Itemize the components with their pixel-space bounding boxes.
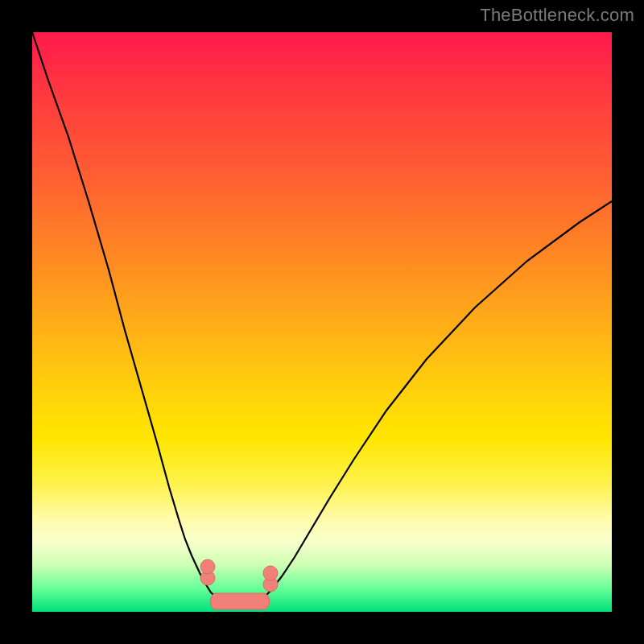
watermark-text: TheBottleneck.com bbox=[480, 5, 634, 26]
marker-left-bottom bbox=[200, 559, 215, 574]
marker-group bbox=[200, 559, 278, 609]
curve-left-branch bbox=[32, 32, 221, 601]
curve-right-branch bbox=[261, 201, 612, 601]
marker-bottom-blob bbox=[210, 593, 270, 609]
marker-right-bottom bbox=[263, 566, 278, 580]
plot-area bbox=[32, 32, 612, 612]
chart-frame: TheBottleneck.com bbox=[0, 0, 644, 644]
chart-svg bbox=[32, 32, 612, 612]
